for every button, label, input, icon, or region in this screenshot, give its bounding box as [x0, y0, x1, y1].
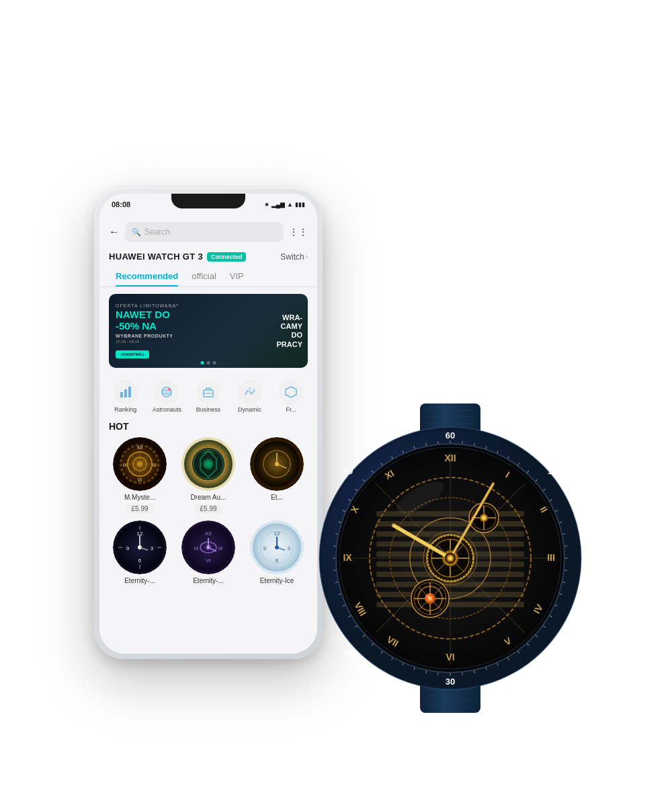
category-more[interactable]: Fr...	[271, 380, 310, 413]
category-astronauts-label: Astronauts	[153, 406, 181, 413]
watch-face-eternity1: 12 3 6 9	[113, 521, 167, 574]
svg-rect-0	[120, 392, 123, 397]
svg-text:3: 3	[288, 545, 291, 551]
banner-image-area: WRA- CAMY DO PRACY	[247, 294, 308, 368]
category-business[interactable]: Business	[189, 380, 228, 413]
watch-grid: XII III VI IX M.Myste... £5.99	[99, 437, 317, 584]
tab-recommended[interactable]: Recommended	[109, 267, 185, 286]
category-row: Ranking Astronauts	[99, 375, 317, 418]
banner-return-line-1: WRA-	[276, 313, 302, 322]
watch-card-eternity-ice[interactable]: 12 3 6 9 Eternity-Ice	[246, 521, 308, 584]
banner-dot-3	[213, 361, 216, 364]
svg-point-205	[428, 597, 430, 599]
category-dynamic[interactable]: Dynamic	[230, 380, 269, 413]
banner-text-area: OFERTA LIMITOWANA* NAWET DO-50% NA WYBRA…	[109, 295, 247, 367]
svg-point-71	[275, 545, 279, 549]
svg-text:9: 9	[263, 545, 267, 551]
svg-text:III: III	[153, 463, 157, 467]
svg-text:30: 30	[446, 677, 455, 687]
svg-point-31	[205, 461, 212, 467]
tab-official[interactable]: official	[185, 267, 223, 286]
svg-point-211	[482, 516, 486, 520]
business-icon	[196, 380, 220, 404]
hot-label: HOT	[99, 418, 317, 437]
svg-point-37	[275, 462, 279, 466]
watch-name-mystery: M.Myste...	[124, 494, 155, 501]
svg-text:IX: IX	[123, 463, 128, 467]
svg-text:III: III	[547, 552, 555, 563]
bluetooth-icon: ★	[264, 201, 269, 208]
watch-name-eternity-ice: Eternity-Ice	[260, 577, 294, 584]
svg-marker-10	[286, 387, 296, 397]
svg-text:XII: XII	[444, 453, 456, 463]
banner-return-line-3: DO	[276, 331, 302, 340]
svg-point-6	[168, 388, 171, 391]
svg-text:VI: VI	[446, 652, 454, 662]
svg-rect-1	[124, 389, 127, 397]
connected-badge: Connected	[207, 252, 247, 262]
watch-name-eternity1: Eternity-...	[124, 577, 155, 584]
banner-return-text: WRA- CAMY DO PRACY	[276, 313, 302, 349]
banner-dot-1	[201, 361, 204, 364]
svg-text:III: III	[218, 545, 223, 551]
watch-price-mystery: £5.99	[126, 504, 153, 514]
watch-name-eternity2: Eternity-...	[193, 577, 224, 584]
tabs-row: Recommended official VIP	[99, 267, 317, 287]
svg-rect-189	[376, 592, 524, 597]
banner-dots	[201, 361, 216, 364]
watch-face-dream	[181, 437, 235, 491]
device-name: HUAWEI WATCH GT 3	[109, 252, 203, 262]
svg-rect-190	[376, 602, 524, 607]
svg-text:50: 50	[343, 466, 353, 476]
watch-card-eternity2[interactable]: XII III VI IX	[177, 521, 239, 584]
wifi-icon: ▲	[287, 201, 293, 208]
watch-face-et1	[250, 437, 304, 491]
banner-return-line-4: PRACY	[276, 340, 302, 348]
category-astronauts[interactable]: Astronauts	[148, 380, 187, 413]
watch-face-eternity2: XII III VI IX	[181, 521, 235, 574]
watch-face-mystery: XII III VI IX	[113, 437, 167, 491]
switch-label: Switch	[280, 252, 304, 262]
scene: 08:08 ★ ▂▄▆ ▲ ▮▮▮ ← 🔍 Search ⋮⋮	[94, 188, 578, 699]
more-icon	[279, 380, 303, 404]
watch-price-dream: £5.99	[194, 504, 222, 514]
watch-name-dream: Dream Au...	[191, 494, 226, 501]
svg-text:XII: XII	[205, 531, 212, 537]
ranking-icon	[114, 380, 138, 404]
phone-notch	[171, 194, 245, 208]
search-icon: 🔍	[132, 228, 141, 237]
search-placeholder-text: Search	[144, 227, 170, 237]
back-button[interactable]: ←	[109, 226, 120, 238]
watch-card-et1[interactable]: Et...	[246, 437, 308, 514]
banner-cta[interactable]: ODKRYWAJ	[116, 350, 149, 358]
svg-text:IX: IX	[194, 545, 199, 551]
grid-icon[interactable]: ⋮⋮	[289, 227, 308, 237]
category-more-label: Fr...	[286, 406, 296, 413]
switch-chevron-icon: ›	[306, 253, 308, 260]
banner-big-text: NAWET DO-50% NA	[116, 309, 241, 332]
promo-banner[interactable]: OFERTA LIMITOWANA* NAWET DO-50% NA WYBRA…	[109, 294, 308, 368]
watch-face-eternity-ice: 12 3 6 9	[250, 521, 304, 574]
svg-text:9: 9	[126, 545, 130, 551]
svg-text:VI: VI	[138, 477, 142, 482]
battery-icon: ▮▮▮	[295, 201, 305, 208]
svg-text:10: 10	[548, 466, 557, 476]
watch-card-mystery[interactable]: XII III VI IX M.Myste... £5.99	[109, 437, 171, 514]
watch-card-dream[interactable]: Dream Au... £5.99	[177, 437, 239, 514]
astronauts-icon	[155, 380, 179, 404]
category-ranking[interactable]: Ranking	[106, 380, 145, 413]
svg-text:12: 12	[274, 531, 280, 537]
svg-text:3: 3	[151, 545, 154, 551]
category-dynamic-label: Dynamic	[238, 406, 261, 413]
search-box[interactable]: 🔍 Search	[125, 222, 284, 242]
tab-vip[interactable]: VIP	[223, 267, 251, 286]
phone-frame: 08:08 ★ ▂▄▆ ▲ ▮▮▮ ← 🔍 Search ⋮⋮	[94, 188, 323, 659]
svg-text:20: 20	[548, 648, 557, 658]
switch-button[interactable]: Switch ›	[280, 252, 308, 262]
svg-text:40: 40	[343, 648, 353, 658]
watch-card-eternity1[interactable]: 12 3 6 9 Eternity-...	[109, 521, 171, 584]
banner-dot-2	[207, 361, 210, 364]
smartwatch: 60 10 20 30 40 50	[309, 404, 591, 713]
svg-text:60: 60	[446, 430, 455, 440]
category-ranking-label: Ranking	[114, 406, 136, 413]
